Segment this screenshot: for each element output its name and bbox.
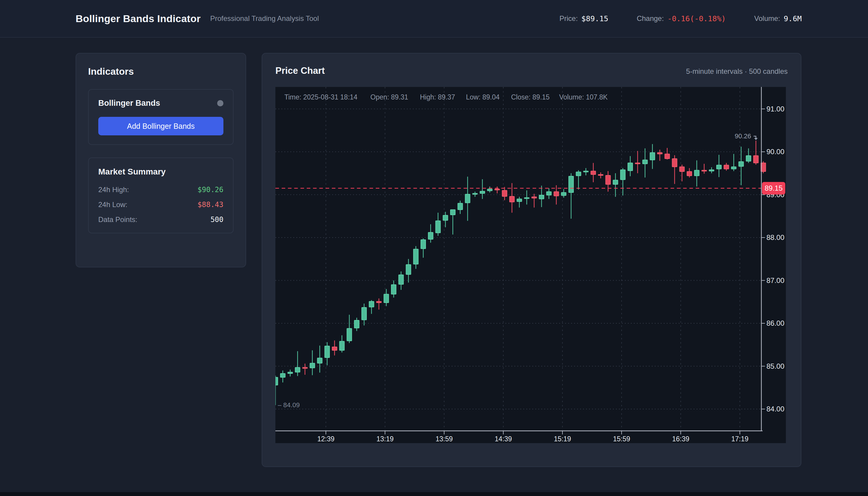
price-chart-subtitle: 5-minute intervals · 500 candles: [686, 67, 788, 76]
candle-body-up: [354, 320, 359, 328]
app-subtitle: Professional Trading Analysis Tool: [210, 14, 319, 23]
low-price-annotation: – 84.09: [278, 401, 300, 409]
y-tick-label: 88.00: [767, 233, 784, 242]
candle-body-up: [347, 328, 352, 341]
high-price-annotation: 90.26: [735, 133, 751, 140]
candle-body-up: [399, 275, 404, 284]
market-summary-title: Market Summary: [98, 167, 223, 176]
candle-body-down: [554, 191, 559, 196]
candlestick-chart-canvas[interactable]: 91.0090.0089.0088.0087.0086.0085.0084.00…: [275, 87, 786, 443]
candle-body-down: [303, 368, 307, 368]
candle-body-down: [687, 171, 692, 176]
candle-body-up: [340, 341, 344, 350]
candle-body-up: [643, 160, 648, 164]
candle-body-up: [288, 372, 293, 373]
x-tick-label: 16:39: [672, 435, 689, 443]
x-tick-label: 15:59: [613, 435, 630, 443]
candle-body-down: [665, 154, 670, 159]
candle-body-up: [716, 165, 721, 169]
price-chart-title: Price Chart: [275, 65, 325, 76]
candle-body-up: [628, 163, 633, 171]
candle-body-down: [606, 175, 611, 184]
candle-body-down: [724, 165, 729, 169]
market-summary-row: 24h Low:$88.43: [98, 201, 223, 209]
candle-body-up: [310, 363, 315, 368]
y-tick-label: 85.00: [767, 362, 784, 370]
x-tick-label: 14:39: [495, 435, 512, 443]
bollinger-status-dot: [217, 100, 223, 106]
candle-body-down: [635, 163, 640, 164]
candle-body-up: [746, 156, 751, 161]
market-summary-card: Market Summary 24h High:$90.2624h Low:$8…: [88, 157, 234, 233]
candle-body-up: [362, 308, 366, 320]
candle-body-up: [281, 373, 285, 377]
candle-body-down: [377, 301, 381, 303]
candle-body-up: [458, 203, 463, 210]
app-header: Bollinger Bands Indicator Professional T…: [0, 0, 868, 38]
candle-body-up: [731, 167, 736, 169]
high-annotation-arrowhead: [754, 138, 758, 140]
candle-body-down: [754, 156, 758, 163]
x-tick-label: 12:39: [317, 435, 334, 443]
ohlc-info-item: Low: 89.04: [466, 93, 500, 101]
candle-body-up: [739, 162, 743, 167]
candle-body-up: [317, 358, 322, 363]
candle-body-up: [406, 264, 411, 274]
header-stat-change: Change:-0.16(-0.18%): [637, 14, 726, 23]
candle-body-up: [650, 153, 655, 160]
current-price-tag-label: 89.15: [765, 184, 783, 192]
candle-body-up: [465, 194, 470, 203]
indicators-panel: Indicators Bollinger Bands Add Bollinger…: [76, 53, 246, 267]
ohlc-info-item: Volume: 107.8K: [559, 93, 608, 101]
y-tick-label: 84.00: [767, 405, 784, 413]
market-summary-rows: 24h High:$90.2624h Low:$88.43Data Points…: [98, 186, 223, 224]
candle-body-down: [495, 189, 500, 190]
candle-body-down: [702, 170, 707, 171]
candle-body-up: [547, 191, 551, 195]
candle-body-up: [539, 195, 544, 199]
candle-body-up: [613, 180, 618, 184]
candle-body-up: [569, 176, 573, 193]
ohlc-info-item: Time: 2025-08-31 18:14: [284, 93, 358, 101]
candle-body-down: [672, 159, 677, 167]
candle-body-up: [421, 239, 426, 249]
candle-body-up: [451, 210, 455, 215]
candle-body-up: [384, 294, 389, 303]
candle-body-up: [480, 191, 485, 193]
candle-body-up: [488, 189, 492, 191]
add-bollinger-bands-button[interactable]: Add Bollinger Bands: [98, 117, 223, 135]
candle-body-up: [295, 368, 300, 372]
candle-body-up: [517, 199, 522, 202]
x-tick-label: 17:19: [731, 435, 748, 443]
candle-body-up: [275, 377, 278, 385]
app-title: Bollinger Bands Indicator: [76, 13, 201, 25]
price-chart-card: Price Chart 5-minute intervals · 500 can…: [262, 53, 801, 467]
candle-body-down: [680, 167, 684, 171]
ohlc-info-item: Open: 89.31: [370, 93, 408, 101]
candle-body-up: [694, 170, 699, 176]
ohlc-info-item: High: 89.37: [420, 93, 455, 101]
bollinger-bands-card: Bollinger Bands Add Bollinger Bands: [88, 89, 234, 145]
candle-body-up: [413, 249, 418, 264]
candle-body-down: [532, 197, 536, 198]
candle-body-down: [509, 196, 514, 202]
bollinger-bands-title: Bollinger Bands: [98, 98, 160, 108]
candle-body-up: [428, 232, 433, 239]
x-tick-label: 13:19: [376, 435, 394, 443]
candle-body-down: [598, 174, 603, 175]
candle-body-up: [325, 346, 329, 358]
candle-body-up: [561, 192, 566, 196]
candle-body-up: [473, 193, 477, 194]
market-summary-row: Data Points:500: [98, 215, 223, 224]
market-summary-row: 24h High:$90.26: [98, 186, 223, 194]
candle-body-down: [658, 153, 662, 154]
indicators-panel-title: Indicators: [88, 66, 234, 77]
y-tick-label: 86.00: [767, 319, 784, 327]
candle-body-down: [502, 190, 507, 196]
candle-body-up: [576, 172, 581, 176]
candle-body-up: [584, 171, 588, 172]
candle-body-up: [620, 170, 625, 180]
x-tick-label: 15:19: [554, 435, 571, 443]
candle-body-up: [524, 198, 529, 199]
candle-body-up: [369, 301, 374, 307]
